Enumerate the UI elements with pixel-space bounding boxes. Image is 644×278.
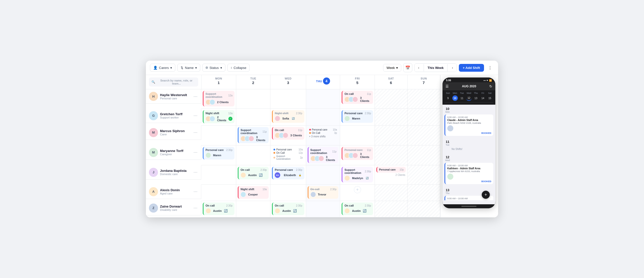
cal-day-13[interactable]: 13 — [473, 95, 479, 101]
shift-gretchen-fri[interactable]: Personal care 2:30p Maren — [340, 109, 375, 126]
shift-card[interactable]: On call 2:30p Austin 🔄 — [342, 203, 373, 215]
cal-day-14[interactable]: 14 — [480, 95, 486, 101]
phone-fab-button[interactable]: + — [482, 191, 490, 199]
clients-label: 2 Clients — [217, 116, 227, 122]
avatar-maryanne: M — [149, 148, 158, 157]
shift-alexis-fri[interactable]: + — [340, 185, 375, 201]
shift-card[interactable]: Support coordination 12a 2 Clients — [203, 91, 234, 106]
clients-label: Maren — [213, 154, 221, 157]
shift-time: 2:30p — [260, 169, 267, 171]
shift-maryanne-mon[interactable]: Personal care 2:30p Maren — [201, 145, 236, 165]
shift-card[interactable]: On call 11p 3 Clients — [342, 91, 373, 104]
shift-jordana-sat[interactable]: Personal care 10p 2 Clients — [375, 165, 407, 185]
shift-alexis-tue[interactable]: Night shift 10a Cooper — [236, 185, 270, 201]
shift-maryanne-wed[interactable]: Personal care 10a On Call 12p — [270, 145, 306, 165]
shift-card[interactable]: Support coordination 2:30p Madelyn 🔄 — [342, 167, 373, 182]
calendar-icon-button[interactable]: 📅 — [403, 63, 412, 72]
sync-icon: 🔄 — [293, 209, 297, 213]
prev-week-button[interactable]: ‹ — [415, 64, 423, 72]
cal-day-12[interactable]: 12 — [466, 95, 472, 101]
shift-card[interactable]: Personal care 11p 3 Clients — [342, 147, 373, 160]
toolbar: 👤 Carers ▾ ⇅ Name ▾ Status ▾ ↕ Collapse — [146, 61, 498, 75]
shift-gretchen-mon[interactable]: Night shift 12a 2 Clients ✓ — [201, 109, 236, 126]
client-avatars — [206, 116, 214, 122]
shift-jordana-tue[interactable]: On call 2:30p Austin 🔄 — [236, 165, 270, 185]
person-more-alexis[interactable]: ⋯ — [193, 189, 198, 194]
shift-clients: Austin 🔄 — [206, 208, 232, 214]
next-week-button[interactable]: › — [449, 64, 457, 72]
shift-jordana-fri[interactable]: Support coordination 2:30p Madelyn 🔄 — [340, 165, 375, 185]
shift-card[interactable]: On call 2:30p Austin 🔄 — [272, 203, 304, 215]
shift-time: 10p — [399, 168, 404, 171]
multi-shift-card[interactable]: Personal care 10a On Call 12p — [272, 147, 304, 162]
shift-gretchen-wed[interactable]: Night shift 2:30p Sofia 🔄 — [270, 109, 306, 126]
phone-event-scroll[interactable]: 10 Mon 9:00 AM – 10:00 AM Claude - Admin… — [442, 105, 495, 200]
collapse-button[interactable]: ↕ Collapse — [227, 64, 250, 72]
shift-haylie-mon[interactable]: Support coordination 12a 2 Clients — [201, 89, 236, 109]
shift-maryanne-fri[interactable]: Personal care 11p 3 Clients — [340, 145, 375, 165]
shift-card[interactable]: Personal care 2:30p Maren — [203, 147, 234, 160]
carers-button[interactable]: 👤 Carers ▾ — [150, 64, 175, 72]
shift-title: Night shift — [240, 188, 254, 191]
shift-jordana-wed[interactable]: Personal care 2:30p EG Elizabeth 🔒 — [270, 165, 306, 185]
person-more-zaine[interactable]: ⋯ — [193, 206, 198, 211]
shift-card[interactable]: Personal care 2:30p Maren — [342, 110, 373, 123]
shift-time: 2:30p — [296, 112, 302, 115]
shift-zaine-wed[interactable]: On call 2:30p Austin 🔄 — [270, 201, 306, 217]
table-row: J Jordana Baptista Domestic care ⋯ — [146, 165, 440, 185]
cal-day-9[interactable]: 9 — [445, 95, 451, 101]
person-more-maryanne[interactable]: ⋯ — [193, 150, 198, 155]
multi-shift-card[interactable]: Personal care 10a On Call 3p + 3 more sh… — [308, 127, 339, 139]
person-more-gretchen[interactable]: ⋯ — [193, 113, 198, 118]
shift-card[interactable]: On call 11p 3 Clients — [272, 127, 304, 140]
shift-marcus-wed[interactable]: On call 11p 3 Clients — [270, 126, 306, 145]
shift-card[interactable]: On call 2:30p Austin 🔄 — [238, 167, 269, 179]
shift-marcus-tue[interactable]: Support coordination 11p 3 Cl — [236, 126, 270, 145]
multi-shift-item: On Call 3p — [309, 131, 337, 135]
phone-event[interactable]: 9:00 AM – 10:00 AM Kathleen - Admin Staf… — [445, 163, 493, 184]
shift-marcus-thu[interactable]: Personal care 10a On Call 3p + 3 more sh… — [306, 126, 340, 145]
week-dropdown[interactable]: Week ▾ — [383, 64, 401, 71]
client-avatars — [240, 192, 245, 197]
toolbar-left: 👤 Carers ▾ ⇅ Name ▾ Status ▾ ↕ Collapse — [150, 64, 381, 72]
cal-day-10[interactable]: 10 — [452, 95, 458, 101]
phone-event[interactable]: 9:00 AM – 10:00 AM Claude - Admin Staff … — [445, 114, 493, 136]
add-shift-empty[interactable]: + — [354, 186, 361, 193]
add-shift-button[interactable]: + Add Shift — [459, 64, 484, 72]
person-role-gretchen: Support worker — [160, 116, 191, 119]
shift-card[interactable]: Support coordination 11p 3 Cl — [238, 127, 269, 143]
person-more-jordana[interactable]: ⋯ — [193, 170, 198, 175]
status-button[interactable]: Status ▾ — [202, 64, 225, 72]
day-name-thu: THU — [316, 80, 322, 83]
search-box[interactable]: 🔍 Search by name, role, or team... — [149, 77, 198, 87]
this-week-label: This Week — [424, 64, 447, 71]
clients-label: 3 Clients — [326, 155, 337, 162]
person-more-haylie[interactable]: ⋯ — [193, 94, 198, 99]
person-info-gretchen: Gretchen Torff Support worker — [160, 112, 191, 119]
shift-clients: Maren — [206, 152, 232, 158]
shift-maryanne-thu[interactable]: Support coordination 11p 3 Cl — [306, 145, 340, 165]
shift-card[interactable]: On call 2:30p Trevor — [308, 186, 339, 199]
shift-zaine-fri[interactable]: On call 2:30p Austin 🔄 — [340, 201, 375, 217]
shift-zaine-mon[interactable]: On call 2:30p Austin 🔄 — [201, 201, 236, 217]
shift-card[interactable]: Personal care 2:30p EG Elizabeth 🔒 — [272, 167, 304, 179]
shift-clients: Cooper — [240, 192, 267, 197]
shift-card[interactable]: On call 2:30p Austin 🔄 — [203, 203, 234, 215]
menu-icon[interactable]: ☰ — [446, 84, 449, 88]
shift-card[interactable]: Personal care 10p — [376, 167, 406, 173]
shift-haylie-fri[interactable]: On call 11p 3 Clients — [340, 89, 375, 109]
more-options-button[interactable]: ⋮ — [486, 64, 494, 72]
cal-day-11[interactable]: 11 — [459, 95, 465, 101]
cal-day-15[interactable]: 15 — [487, 95, 493, 101]
shift-card[interactable]: Night shift 12a 2 Clients ✓ — [203, 110, 234, 123]
day-num-sat: 6 — [376, 81, 406, 85]
refresh-icon[interactable]: ↻ — [489, 84, 492, 88]
shift-card[interactable]: Night shift 2:30p Sofia 🔄 — [272, 110, 304, 123]
shift-alexis-thu[interactable]: On call 2:30p Trevor — [306, 185, 340, 201]
shift-card[interactable]: Night shift 10a Cooper — [238, 186, 269, 199]
name-button[interactable]: ⇅ Name ▾ — [177, 64, 200, 72]
shift-title: On call — [240, 168, 250, 171]
multi-shift-item: Personal care 10a — [273, 148, 303, 151]
person-more-marcus[interactable]: ⋯ — [193, 130, 198, 135]
shift-card[interactable]: Support coordination 11p 3 Cl — [308, 147, 339, 163]
